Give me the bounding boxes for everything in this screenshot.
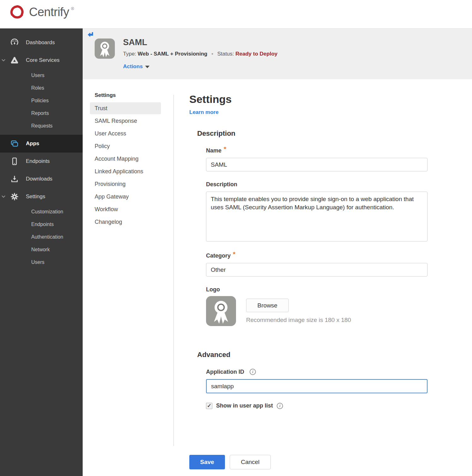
back-arrow-button[interactable] <box>87 31 95 39</box>
subnav-item-label: Workflow <box>95 206 118 213</box>
subnav-item-label: SAML Response <box>95 118 137 124</box>
section-heading: Description <box>197 129 429 138</box>
application-id-input[interactable] <box>206 379 428 393</box>
subnav-item-label: Provisioning <box>95 181 126 187</box>
subnav-item-label: Policy <box>95 143 110 150</box>
separator: • <box>211 51 213 57</box>
type-value: Web - SAML + Provisioning <box>138 51 207 57</box>
name-input[interactable] <box>206 158 428 171</box>
sidebar-item-label: Dashboards <box>26 39 55 46</box>
actions-dropdown[interactable]: Actions <box>123 63 150 70</box>
sidebar-item-customization[interactable]: Customization <box>0 205 83 218</box>
sidebar-item-authentication[interactable]: Authentication <box>0 231 83 243</box>
brand-logo[interactable]: Centrify® <box>9 4 74 20</box>
category-label: Category * <box>206 253 429 259</box>
award-ribbon-icon <box>206 296 236 326</box>
sidebar-item-settings[interactable]: Settings <box>0 188 83 205</box>
sidebar-item-settings-users[interactable]: Users <box>0 256 83 269</box>
sidebar-item-dashboards[interactable]: Dashboards <box>0 34 83 51</box>
save-button[interactable]: Save <box>189 455 225 469</box>
page-title: SAML <box>123 38 147 47</box>
subnav-item-label: Trust <box>95 105 107 112</box>
app-meta: Type: Web - SAML + Provisioning • Status… <box>123 51 277 57</box>
registered-mark: ® <box>71 6 74 11</box>
sidebar-item-label: Apps <box>26 140 39 147</box>
logo-size-hint: Recommended image size is 180 x 180 <box>246 317 351 324</box>
chevron-down-icon <box>1 195 6 199</box>
app-logo <box>95 39 115 59</box>
centrify-logo-icon <box>9 4 25 20</box>
status-badge: Ready to Deploy <box>235 51 277 57</box>
sidebar-item-network[interactable]: Network <box>0 243 83 256</box>
app-header: SAML Type: Web - SAML + Provisioning • S… <box>83 28 472 79</box>
sidebar-item-reports[interactable]: Reports <box>0 107 83 120</box>
subnav-item-provisioning[interactable]: Provisioning <box>90 178 161 190</box>
form-footer: Save Cancel <box>189 455 271 469</box>
sidebar-subitem-label: Network <box>31 247 50 253</box>
learn-more-link[interactable]: Learn more <box>189 109 219 116</box>
sidebar-subitem-label: Roles <box>31 85 44 91</box>
sidebar-item-endpoints[interactable]: Endpoints <box>0 152 83 170</box>
section-heading: Advanced <box>197 351 429 359</box>
subnav-item-app-gateway[interactable]: App Gateway <box>90 191 161 203</box>
gear-icon <box>10 192 19 201</box>
info-icon[interactable]: i <box>277 403 283 409</box>
subnav-heading: Settings <box>90 92 161 98</box>
sidebar-item-label: Downloads <box>26 176 52 182</box>
description-label: Description <box>206 181 429 188</box>
application-id-label: Application ID i <box>206 369 429 375</box>
sidebar-subitem-label: Endpoints <box>31 222 54 227</box>
sidebar-subitem-label: Users <box>31 73 44 78</box>
sidebar-subitem-label: Users <box>31 259 44 265</box>
sidebar-item-core-services[interactable]: Core Services <box>0 51 83 69</box>
show-in-user-app-list-checkbox[interactable] <box>206 403 212 409</box>
download-icon <box>10 175 19 183</box>
award-ribbon-icon <box>95 39 115 59</box>
subnav-item-account-mapping[interactable]: Account Mapping <box>90 153 161 165</box>
vertical-divider <box>174 95 174 446</box>
subnav-item-trust[interactable]: Trust <box>90 102 161 114</box>
sidebar-item-apps[interactable]: Apps <box>0 135 83 152</box>
sidebar-item-policies[interactable]: Policies <box>0 94 83 107</box>
settings-subnav: Settings Trust SAML Response User Access… <box>90 92 161 229</box>
subnav-item-label: App Gateway <box>95 193 129 200</box>
sidebar-subitem-label: Customization <box>31 209 63 215</box>
sidebar-subitem-label: Reports <box>31 110 49 116</box>
subnav-item-policy[interactable]: Policy <box>90 140 161 152</box>
subnav-item-saml-response[interactable]: SAML Response <box>90 115 161 127</box>
sidebar-subitem-label: Authentication <box>31 234 63 240</box>
subnav-item-changelog[interactable]: Changelog <box>90 216 161 228</box>
subnav-item-label: Linked Applications <box>95 168 143 175</box>
sidebar-item-users[interactable]: Users <box>0 69 83 82</box>
sidebar-item-roles[interactable]: Roles <box>0 82 83 94</box>
core-services-icon <box>10 56 19 65</box>
subnav-item-user-access[interactable]: User Access <box>90 128 161 140</box>
sidebar: Dashboards Core Services Users Roles Pol… <box>0 28 83 476</box>
category-input[interactable] <box>206 263 428 277</box>
name-label: Name * <box>206 147 429 154</box>
chevron-down-icon <box>1 58 6 62</box>
gauge-icon <box>10 38 19 47</box>
subnav-item-label: User Access <box>95 130 126 137</box>
description-textarea[interactable]: This template enables you to provide sin… <box>206 192 428 241</box>
sidebar-item-requests[interactable]: Requests <box>0 120 83 132</box>
mobile-endpoint-icon <box>10 157 19 166</box>
apps-icon <box>10 139 19 148</box>
sidebar-item-downloads[interactable]: Downloads <box>0 170 83 188</box>
subnav-item-linked-applications[interactable]: Linked Applications <box>90 165 161 177</box>
subnav-item-workflow[interactable]: Workflow <box>90 203 161 215</box>
description-section: Description Name * Description This temp… <box>189 129 429 326</box>
sidebar-item-label: Core Services <box>26 57 60 63</box>
subnav-item-label: Changelog <box>95 219 122 225</box>
top-bar: Centrify® <box>0 0 472 28</box>
required-asterisk: * <box>224 147 226 151</box>
required-asterisk: * <box>233 252 235 256</box>
sidebar-item-settings-endpoints[interactable]: Endpoints <box>0 218 83 231</box>
browse-button[interactable]: Browse <box>246 299 289 312</box>
brand-name: Centrify <box>29 5 69 19</box>
cancel-button[interactable]: Cancel <box>230 455 271 469</box>
info-icon[interactable]: i <box>250 369 256 375</box>
advanced-section: Advanced Application ID i Show in user a… <box>189 351 429 409</box>
logo-preview <box>206 296 236 326</box>
settings-content: Settings Learn more Description Name * D… <box>189 93 429 409</box>
